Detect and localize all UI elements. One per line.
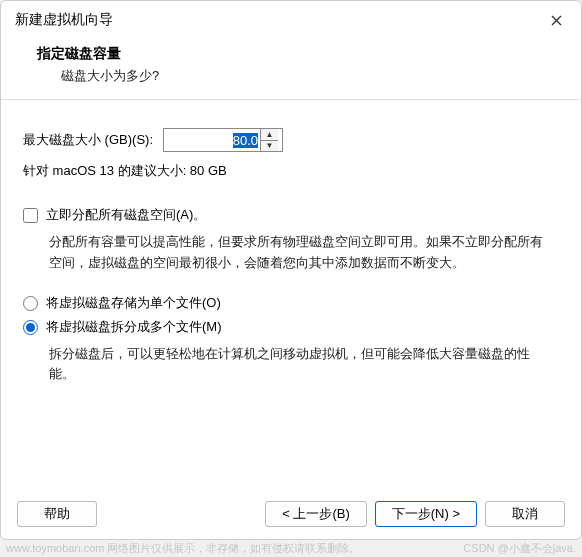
allocate-now-desc: 分配所有容量可以提高性能，但要求所有物理磁盘空间立即可用。如果不立即分配所有空间… <box>23 230 559 274</box>
max-disk-input[interactable] <box>164 129 260 151</box>
spinner-down-button[interactable]: ▼ <box>261 140 278 152</box>
allocate-now-option[interactable]: 立即分配所有磁盘空间(A)。 <box>23 206 559 224</box>
watermark-left: www.toymoban.com 网络图片仅供展示，非存储，如有侵权请联系删除。 <box>6 541 360 556</box>
spinner-buttons: ▲ ▼ <box>260 129 278 151</box>
help-button[interactable]: 帮助 <box>17 501 97 527</box>
allocate-now-label[interactable]: 立即分配所有磁盘空间(A)。 <box>46 206 206 224</box>
store-split-option[interactable]: 将虚拟磁盘拆分成多个文件(M) <box>23 318 559 336</box>
store-split-label[interactable]: 将虚拟磁盘拆分成多个文件(M) <box>46 318 222 336</box>
content-area: 最大磁盘大小 (GB)(S): ▲ ▼ 针对 macOS 13 的建议大小: 8… <box>1 100 581 491</box>
store-single-label[interactable]: 将虚拟磁盘存储为单个文件(O) <box>46 294 221 312</box>
store-split-desc: 拆分磁盘后，可以更轻松地在计算机之间移动虚拟机，但可能会降低大容量磁盘的性能。 <box>23 342 559 386</box>
chevron-down-icon: ▼ <box>266 141 274 150</box>
page-subtitle: 磁盘大小为多少? <box>37 67 561 85</box>
store-single-option[interactable]: 将虚拟磁盘存储为单个文件(O) <box>23 294 559 312</box>
next-button[interactable]: 下一步(N) > <box>375 501 477 527</box>
titlebar: 新建虚拟机向导 <box>1 1 581 37</box>
max-disk-spinner[interactable]: ▲ ▼ <box>163 128 283 152</box>
store-split-radio[interactable] <box>23 320 38 335</box>
window-title: 新建虚拟机向导 <box>15 11 113 29</box>
wizard-dialog: 新建虚拟机向导 指定磁盘容量 磁盘大小为多少? 最大磁盘大小 (GB)(S): … <box>0 0 582 540</box>
allocate-now-checkbox[interactable] <box>23 208 38 223</box>
watermark-right: CSDN @小鑫不会java. <box>463 541 576 556</box>
page-title: 指定磁盘容量 <box>37 45 561 63</box>
store-single-radio[interactable] <box>23 296 38 311</box>
header-section: 指定磁盘容量 磁盘大小为多少? <box>1 37 581 100</box>
close-icon <box>551 15 562 26</box>
spinner-up-button[interactable]: ▲ <box>261 129 278 140</box>
suggested-size-text: 针对 macOS 13 的建议大小: 80 GB <box>23 162 559 180</box>
cancel-button[interactable]: 取消 <box>485 501 565 527</box>
max-disk-label: 最大磁盘大小 (GB)(S): <box>23 131 153 149</box>
footer-right: < 上一步(B) 下一步(N) > 取消 <box>265 501 565 527</box>
max-disk-row: 最大磁盘大小 (GB)(S): ▲ ▼ <box>23 128 559 152</box>
close-button[interactable] <box>545 9 567 31</box>
footer: 帮助 < 上一步(B) 下一步(N) > 取消 <box>1 491 581 539</box>
watermark: www.toymoban.com 网络图片仅供展示，非存储，如有侵权请联系删除。… <box>0 540 582 557</box>
back-button[interactable]: < 上一步(B) <box>265 501 367 527</box>
chevron-up-icon: ▲ <box>266 130 274 139</box>
